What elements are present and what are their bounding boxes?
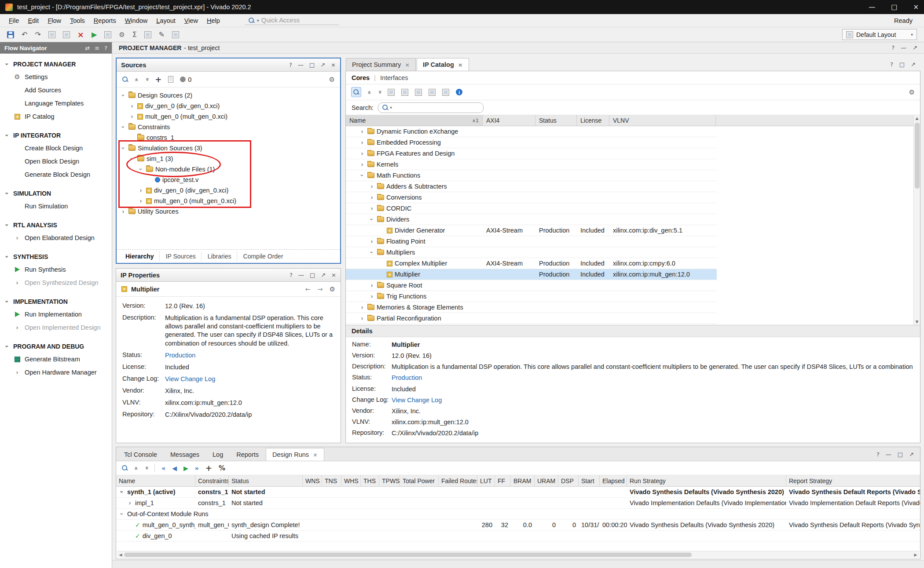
tree-node-simulation-sources-3[interactable]: ›Simulation Sources (3) — [117, 143, 340, 153]
scrollbar-thumb[interactable] — [915, 123, 920, 189]
info-icon[interactable] — [456, 89, 462, 95]
customize-icon[interactable] — [415, 89, 422, 96]
expand-toggle-icon[interactable]: › — [129, 113, 135, 120]
expand-toggle-icon[interactable]: › — [120, 92, 127, 98]
taxonomy-icon[interactable] — [401, 89, 408, 96]
tab-libraries[interactable]: Libraries — [202, 251, 237, 262]
expand-toggle-icon[interactable]: › — [359, 150, 365, 157]
expand-toggle-icon[interactable]: › — [359, 172, 366, 178]
menu-reports[interactable]: Reports — [89, 16, 121, 25]
runs-horizontal-scrollbar[interactable]: ◀ ▶ — [117, 551, 919, 558]
column-header-status[interactable]: Status — [229, 475, 303, 486]
menu-flow[interactable]: Flow — [43, 16, 66, 25]
gear-icon[interactable]: ⚙ — [909, 88, 915, 96]
scroll-down-icon[interactable]: ▼ — [916, 319, 919, 325]
column-header-start[interactable]: Start — [579, 475, 600, 486]
quick-access-box[interactable]: ▾ Quick Access — [245, 16, 339, 25]
expand-toggle-icon[interactable]: › — [128, 156, 136, 162]
catalog-search-box[interactable]: ▾ — [378, 102, 484, 113]
column-header-uram[interactable]: URAM — [535, 475, 558, 486]
minimize-button[interactable]: — — [869, 3, 875, 11]
float-icon[interactable]: ↗ — [321, 272, 326, 278]
maximize-icon[interactable]: □ — [310, 272, 315, 278]
copy-icon[interactable] — [48, 31, 55, 38]
gear-icon[interactable]: ⚙ — [329, 76, 335, 84]
expand-toggle-icon[interactable]: › — [369, 205, 375, 212]
subtab-interfaces[interactable]: Interfaces — [380, 74, 408, 81]
menu-file[interactable]: File — [4, 16, 23, 25]
maximize-icon[interactable]: □ — [309, 62, 315, 68]
expand-toggle-icon[interactable]: › — [359, 139, 365, 146]
column-header-whs[interactable]: WHS — [341, 475, 361, 486]
catalog-row-embedded-processing[interactable]: ›Embedded Processing — [346, 137, 717, 148]
expand-toggle-icon[interactable]: › — [369, 194, 375, 201]
minimize-icon[interactable]: — — [298, 62, 304, 68]
run-icon[interactable]: ▶ — [92, 30, 97, 39]
tab-tcl-console[interactable]: Tcl Console — [118, 448, 163, 461]
expand-toggle-icon[interactable]: › — [359, 128, 365, 135]
percentage-icon[interactable]: % — [219, 464, 225, 472]
expand-toggle-icon[interactable]: › — [138, 187, 144, 194]
expand-toggle-icon[interactable]: › — [4, 222, 11, 228]
expand-toggle-icon[interactable]: › — [4, 254, 11, 260]
expand-toggle-icon[interactable]: › — [14, 324, 20, 331]
catalog-row-multiplier[interactable]: MultiplierProductionIncludedxilinx.com:i… — [346, 269, 717, 280]
catalog-vertical-scrollbar[interactable]: ▲ ▼ — [913, 115, 920, 325]
catalog-row-cordic[interactable]: ›CORDIC — [346, 203, 717, 214]
float-icon[interactable]: ↗ — [911, 61, 916, 68]
expand-toggle-icon[interactable]: › — [359, 304, 365, 311]
file-icon[interactable] — [168, 76, 173, 83]
field-value[interactable]: View Change Log — [392, 396, 914, 404]
fn-item-open-elaborated-design[interactable]: ›Open Elaborated Design — [0, 231, 112, 244]
repository-icon[interactable] — [429, 89, 436, 96]
report-icon[interactable] — [63, 31, 70, 38]
catalog-row-partial-reconfiguration[interactable]: ›Partial Reconfiguration — [346, 313, 717, 324]
run-row-out-of-context-module-runs[interactable]: ›Out-of-Context Module Runs — [116, 509, 920, 520]
grid-icon[interactable] — [144, 31, 151, 38]
tree-node-design-sources-2[interactable]: ›Design Sources (2) — [117, 90, 340, 101]
fn-item-settings[interactable]: ⚙Settings — [0, 70, 112, 84]
column-header-ths[interactable]: THS — [361, 475, 379, 486]
fn-section-header-simulation[interactable]: ›SIMULATION — [0, 187, 112, 200]
tree-node-non-module-files-1[interactable]: ›Non-module Files (1) — [117, 164, 340, 175]
close-icon[interactable]: × — [458, 62, 463, 68]
tree-node-ipcore-test-v[interactable]: ipcore_test.v — [117, 175, 340, 185]
scroll-up-icon[interactable]: ▲ — [916, 115, 919, 121]
column-header-tpws[interactable]: TPWS — [379, 475, 400, 486]
catalog-row-kernels[interactable]: ›Kernels — [346, 159, 717, 170]
create-run-icon[interactable]: + — [205, 463, 212, 473]
expand-toggle-icon[interactable]: › — [118, 489, 125, 495]
fn-item-run-implementation[interactable]: Run Implementation — [0, 308, 112, 321]
close-icon[interactable]: × — [331, 272, 336, 278]
column-header-license[interactable]: License — [577, 115, 609, 126]
fn-section-header-project-manager[interactable]: ›PROJECT MANAGER — [0, 58, 112, 70]
tree-node-mult-gen-0-mult-gen-0-xci[interactable]: ›mult_gen_0 (mult_gen_0.xci) — [117, 111, 340, 122]
help-icon[interactable]: ? — [876, 451, 880, 458]
fn-item-run-synthesis[interactable]: Run Synthesis — [0, 263, 112, 276]
delete-icon[interactable]: × — [77, 30, 84, 39]
expand-toggle-icon[interactable]: › — [4, 132, 11, 138]
maximize-button[interactable]: □ — [891, 3, 897, 11]
column-header-lut[interactable]: LUT — [477, 475, 495, 486]
tab-messages[interactable]: Messages — [164, 448, 205, 461]
tab-ip-sources[interactable]: IP Sources — [161, 251, 202, 262]
tab-log[interactable]: Log — [206, 448, 229, 461]
column-header-failed-routes[interactable]: Failed Routes — [439, 475, 477, 486]
tab-hierarchy[interactable]: Hierarchy — [120, 251, 160, 262]
close-icon[interactable]: × — [313, 451, 318, 458]
expand-toggle-icon[interactable]: › — [369, 183, 375, 190]
expand-toggle-icon[interactable]: › — [4, 343, 11, 350]
expand-toggle-icon[interactable]: › — [368, 216, 375, 222]
minimize-icon[interactable]: — — [298, 272, 304, 278]
web-icon[interactable] — [442, 89, 449, 96]
fn-item-language-templates[interactable]: Language Templates — [0, 97, 112, 110]
run-row-impl-1[interactable]: ›impl_1constrs_1Not startedVivado Implem… — [116, 498, 920, 509]
column-header-name[interactable]: Name — [116, 475, 195, 486]
tree-node-constrs-1[interactable]: constrs_1 — [117, 132, 340, 143]
expand-toggle-icon[interactable]: › — [368, 249, 375, 255]
fn-item-add-sources[interactable]: Add Sources — [0, 84, 112, 97]
fn-section-header-implementation[interactable]: ›IMPLEMENTATION — [0, 295, 112, 308]
close-icon[interactable]: × — [405, 62, 410, 68]
forward-icon[interactable]: → — [317, 285, 323, 293]
catalog-row-conversions[interactable]: ›Conversions — [346, 192, 717, 203]
